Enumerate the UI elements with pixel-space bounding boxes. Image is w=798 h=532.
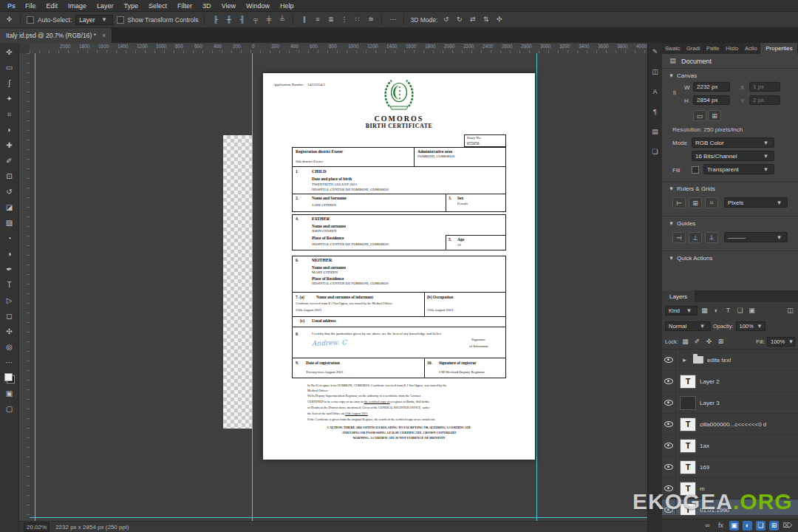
ruler-corner[interactable]	[19, 43, 30, 54]
align-top-edges-icon[interactable]: ╤	[250, 15, 260, 24]
align-bottom-edges-icon[interactable]: ╧	[277, 15, 287, 24]
quick-selection-tool[interactable]: ✦	[1, 91, 18, 106]
layer-row[interactable]: T 169	[662, 457, 798, 478]
fill-select[interactable]: Transparent ▾	[703, 164, 774, 174]
add-layer-mask-icon[interactable]: ▣	[729, 521, 739, 531]
foreground-color-swatch[interactable]	[4, 373, 13, 381]
hand-tool[interactable]: ✣	[1, 324, 18, 339]
glyphs-panel-icon[interactable]: ▤	[650, 127, 660, 137]
units-select[interactable]: Pixels ▾	[724, 197, 788, 208]
clear-guides-button[interactable]: ⟂	[705, 232, 718, 243]
document-tab[interactable]: Italy id.psd @ 20.7% (RGB/16) * ×	[0, 28, 112, 43]
layer-row[interactable]: Layer 3	[662, 392, 798, 414]
guide-horizontal[interactable]	[30, 517, 647, 518]
birth-certificate-document[interactable]: Application Number 14253354/1 COMOROS BI…	[263, 73, 535, 460]
chevron-down-icon[interactable]: ▾	[666, 219, 676, 228]
close-icon[interactable]: ×	[102, 32, 106, 39]
layer-row-group[interactable]: ▸ edite text	[662, 349, 798, 371]
opacity-field[interactable]: 100% ▾	[736, 321, 765, 331]
layer-filter-kind-select[interactable]: Kind ▾	[665, 306, 698, 316]
tab-gradients[interactable]: Gradi	[683, 43, 703, 54]
eyedropper-tool[interactable]: ◗	[1, 122, 18, 137]
group-caret-icon[interactable]: ▸	[680, 355, 689, 365]
color-swatches[interactable]	[1, 370, 18, 386]
canvas-area[interactable]: Application Number 14253354/1 COMOROS BI…	[30, 53, 647, 521]
link-dimensions-icon[interactable]: ∞	[669, 88, 679, 98]
3d-slide-icon[interactable]: ⇅	[481, 15, 491, 24]
align-options-more-icon[interactable]: ⋯	[388, 15, 398, 24]
filter-type-layers-icon[interactable]: T	[723, 306, 733, 316]
layer-visibility-toggle[interactable]	[662, 371, 676, 392]
guide-vertical[interactable]	[35, 53, 35, 521]
brush-tool[interactable]: ✐	[1, 153, 18, 168]
menu-help[interactable]: Help	[275, 2, 299, 10]
menu-layer[interactable]: Layer	[92, 2, 119, 10]
layer-row[interactable]: T m	[662, 478, 798, 499]
distribute-spacing-icon[interactable]: ⋮	[339, 15, 349, 24]
history-brush-tool[interactable]: ↺	[1, 184, 18, 200]
lock-all-icon[interactable]: ⊠	[716, 337, 726, 347]
canvas-height-field[interactable]: 2854 px	[693, 95, 730, 105]
vertical-ruler[interactable]	[19, 53, 30, 521]
layer-row[interactable]: T 1ax	[662, 435, 798, 457]
lock-position-icon[interactable]: ✜	[704, 337, 714, 347]
edit-toolbar-button[interactable]: ⋯	[1, 355, 18, 370]
align-horizontal-centers-icon[interactable]: ╫	[224, 15, 233, 24]
layer-visibility-toggle[interactable]	[662, 457, 676, 477]
toggle-snap-button[interactable]: ⌗	[705, 197, 718, 208]
fill-field[interactable]: 100% ▾	[767, 337, 795, 347]
align-right-edges-icon[interactable]: ╢	[237, 15, 247, 24]
menu-file[interactable]: File	[20, 2, 41, 10]
menu-type[interactable]: Type	[119, 2, 144, 10]
layer-visibility-toggle[interactable]	[662, 499, 676, 515]
tab-history[interactable]: Histo	[723, 43, 742, 54]
distribute-centers-icon[interactable]: ≣	[326, 15, 335, 24]
align-vertical-centers-icon[interactable]: ╪	[264, 15, 273, 24]
filter-shape-layers-icon[interactable]: ❏	[735, 306, 745, 316]
menu-image[interactable]: Image	[63, 2, 92, 10]
filter-adjustment-layers-icon[interactable]: ◐	[712, 306, 721, 316]
layer-visibility-toggle[interactable]	[662, 349, 676, 370]
layer-visibility-toggle[interactable]	[662, 414, 676, 434]
menu-window[interactable]: Window	[241, 2, 275, 10]
guide-vertical[interactable]	[536, 53, 537, 521]
tab-actions[interactable]: Actio	[742, 43, 760, 54]
align-left-edges-icon[interactable]: ╟	[211, 15, 220, 24]
guide-style-select[interactable]: ——— ▾	[724, 232, 788, 242]
pen-tool[interactable]: ✒	[1, 262, 18, 277]
3d-scale-icon[interactable]: ✣	[494, 15, 504, 24]
zoom-level-field[interactable]: 20.02%	[24, 522, 50, 532]
distribute-vertical-icon[interactable]: ∥	[299, 15, 309, 24]
new-group-icon[interactable]: ❏	[756, 521, 765, 531]
layer-visibility-toggle[interactable]	[662, 478, 676, 499]
eraser-tool[interactable]: ◪	[1, 200, 18, 215]
menu-edit[interactable]: Edit	[41, 2, 64, 10]
distribute-left-icon[interactable]: ∷	[352, 15, 362, 24]
auto-select-target-select[interactable]: Layer ▾	[75, 15, 112, 25]
filter-toggle-icon[interactable]: ◫	[785, 306, 795, 316]
lock-transparent-pixels-icon[interactable]: ▦	[681, 337, 690, 347]
zoom-tool[interactable]: ◎	[1, 339, 18, 355]
menu-3d[interactable]: 3D	[197, 2, 216, 10]
lasso-tool[interactable]: ʃ	[1, 75, 18, 91]
screen-mode-button[interactable]: ▢	[1, 401, 18, 417]
canvas-width-field[interactable]: 2232 px	[693, 82, 730, 92]
3d-orbit-icon[interactable]: ↺	[441, 15, 451, 24]
auto-select-checkbox[interactable]	[27, 16, 34, 24]
dodge-tool[interactable]: ◑	[1, 246, 18, 262]
distribute-right-icon[interactable]: ≋	[366, 15, 375, 24]
show-transform-checkbox[interactable]	[117, 16, 124, 24]
horizontal-ruler[interactable]: 2000 1800 1600 1400 1200 1000 800 600 40…	[30, 43, 647, 54]
layer-visibility-toggle[interactable]	[662, 392, 676, 413]
chevron-down-icon[interactable]: ▾	[666, 184, 676, 194]
new-layer-icon[interactable]: ⊞	[769, 521, 779, 531]
marquee-tool[interactable]: ▭	[1, 60, 18, 75]
lock-image-pixels-icon[interactable]: ✐	[692, 337, 702, 347]
tab-patterns[interactable]: Patte	[703, 43, 723, 54]
quick-mask-button[interactable]: ▣	[1, 386, 18, 401]
clone-source-panel-icon[interactable]: ◫	[650, 67, 660, 77]
link-layers-icon[interactable]: ∞	[703, 521, 712, 531]
path-selection-tool[interactable]: ▷	[1, 293, 18, 308]
bit-depth-select[interactable]: 16 Bits/Channel ▾	[692, 151, 774, 161]
distribute-horizontal-icon[interactable]: ≡	[313, 15, 322, 24]
